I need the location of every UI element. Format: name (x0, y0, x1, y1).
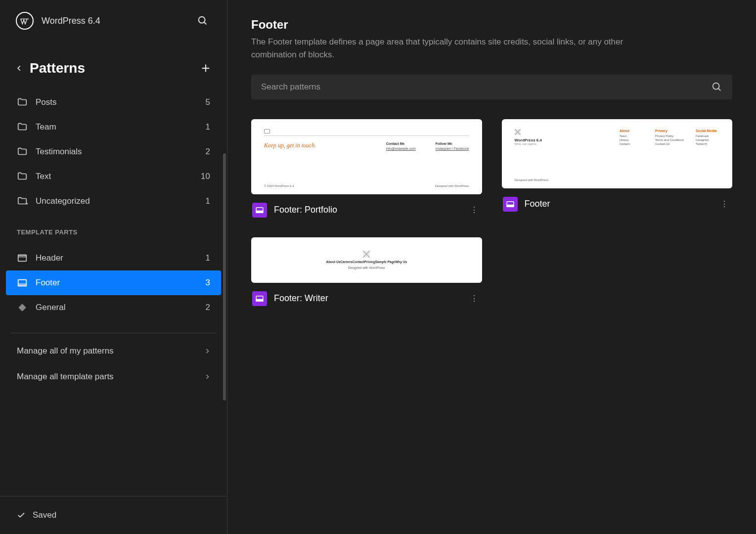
card-title: Footer (525, 199, 711, 209)
pattern-card-footer-portfolio[interactable]: Keep up, get in touch. Contact Me info@e… (251, 119, 482, 218)
header-layout-icon (17, 253, 28, 264)
preview-text: Keep up, get in touch. (264, 142, 316, 150)
preview-text: Twitter/X (696, 142, 719, 145)
template-part-icon (252, 203, 267, 218)
sidebar-item-text[interactable]: Text 10 (6, 164, 221, 189)
preview-text: History (620, 138, 643, 141)
card-title: Footer: Writer (274, 293, 460, 304)
preview-text: Write site tagline... (515, 142, 608, 145)
svg-rect-7 (18, 284, 27, 286)
sidebar-item-label: Uncategorized (36, 196, 90, 206)
sidebar-item-count: 1 (206, 253, 210, 263)
template-parts-heading: TEMPLATE PARTS (0, 214, 227, 242)
sidebar-item-count: 1 (206, 122, 210, 132)
divider (11, 333, 216, 333)
more-actions-button[interactable]: ⋮ (717, 196, 731, 212)
preview-text: Facebook (696, 134, 719, 137)
template-part-icon (252, 291, 267, 306)
sidebar-item-count: 10 (201, 172, 210, 181)
preview-text: Terms and Conditions (655, 138, 684, 141)
preview-text: Designed with WordPress (515, 178, 549, 181)
template-part-icon (503, 197, 518, 212)
sidebar-item-label: Testimonials (36, 147, 82, 157)
back-button[interactable] (16, 65, 23, 72)
preview-text: About UsCareersContactPricingSample Page… (326, 260, 407, 264)
sidebar-item-label: Team (36, 122, 56, 132)
sidebar-item-label: Footer (36, 278, 60, 288)
sidebar-item-count: 1 (206, 196, 210, 206)
folder-icon (17, 171, 28, 182)
template-parts-list: Header 1 Footer 3 General 2 (0, 242, 227, 320)
sidebar-footer: Saved (0, 496, 227, 534)
manage-template-parts-link[interactable]: Manage all template parts (0, 364, 227, 390)
sidebar-item-footer[interactable]: Footer 3 (6, 270, 221, 295)
preview-text: Careers (620, 142, 643, 145)
sidebar-item-label: Header (36, 253, 63, 263)
sidebar-item-posts[interactable]: Posts 5 (6, 90, 221, 115)
page-description: The Footer template defines a page area … (251, 36, 637, 61)
folder-icon (17, 146, 28, 157)
manage-patterns-link[interactable]: Manage all of my patterns (0, 338, 227, 364)
folder-icon (17, 122, 28, 133)
sidebar-item-uncategorized[interactable]: Uncategorized 1 (6, 189, 221, 214)
preview-text: Designed with WordPress (435, 184, 469, 187)
check-icon (17, 511, 26, 520)
sidebar-item-label: Text (36, 172, 51, 181)
svg-rect-12 (256, 211, 263, 213)
pattern-card-footer[interactable]: WordPress 6.4 Write site tagline... Abou… (502, 119, 733, 218)
sidebar-item-count: 3 (206, 278, 210, 288)
chevron-right-icon (204, 348, 210, 354)
page-title: Footer (251, 18, 732, 32)
preview-text: Designed with WordPress (348, 266, 385, 269)
saved-label: Saved (33, 510, 56, 520)
preview-text: Follow Me (436, 142, 469, 145)
manage-item-label: Manage all template parts (17, 372, 114, 382)
preview-text: About (620, 129, 643, 133)
search-icon[interactable] (194, 12, 211, 29)
sidebar-item-testimonials[interactable]: Testimonials 2 (6, 139, 221, 164)
preview-text: Contact Us (655, 142, 684, 145)
main-content: Footer The Footer template defines a pag… (227, 0, 756, 534)
sidebar-item-label: General (36, 303, 65, 312)
sidebar-item-header[interactable]: Header 1 (6, 246, 221, 270)
preview-text: Team (620, 134, 643, 137)
svg-rect-14 (507, 205, 514, 207)
svg-rect-5 (18, 255, 27, 258)
category-list: Posts 5 Team 1 Testimonials 2 Text 10 Un… (0, 86, 227, 214)
pattern-preview: About UsCareersContactPricingSample Page… (251, 237, 482, 283)
section-header: Patterns (0, 42, 227, 86)
svg-rect-8 (18, 304, 26, 312)
sidebar-item-label: Posts (36, 97, 57, 107)
chevron-right-icon (204, 374, 210, 380)
scrollbar[interactable] (223, 153, 226, 400)
sidebar-item-general[interactable]: General 2 (6, 295, 221, 320)
footer-layout-icon (17, 277, 28, 288)
preview-text: Instagram / Facebook (436, 147, 469, 150)
more-actions-button[interactable]: ⋮ (467, 202, 481, 218)
site-title[interactable]: WordPress 6.4 (42, 16, 186, 26)
search-input[interactable] (261, 82, 712, 92)
manage-item-label: Manage all of my patterns (17, 346, 114, 356)
pattern-preview: WordPress 6.4 Write site tagline... Abou… (502, 119, 733, 188)
search-box[interactable] (251, 75, 732, 99)
section-title: Patterns (30, 60, 193, 76)
svg-line-10 (718, 89, 721, 91)
preview-text: © 2024 WordPress 6.4 (264, 184, 294, 187)
more-actions-button[interactable]: ⋮ (467, 291, 481, 306)
folder-icon (17, 97, 28, 108)
svg-line-1 (204, 22, 207, 25)
sidebar-item-count: 2 (206, 303, 210, 312)
search-icon (712, 82, 722, 92)
card-footer: Footer: Portfolio ⋮ (251, 194, 482, 218)
svg-rect-16 (256, 299, 263, 301)
card-footer: Footer: Writer ⋮ (251, 283, 482, 306)
diamond-icon (17, 302, 28, 313)
pattern-preview: Keep up, get in touch. Contact Me info@e… (251, 119, 482, 194)
wordpress-logo-icon[interactable] (16, 12, 34, 30)
preview-text: Privacy Policy (655, 134, 684, 137)
sidebar-top: WordPress 6.4 (0, 0, 227, 42)
pattern-card-footer-writer[interactable]: About UsCareersContactPricingSample Page… (251, 237, 482, 306)
svg-point-9 (713, 83, 719, 89)
add-pattern-button[interactable] (200, 63, 211, 74)
sidebar-item-team[interactable]: Team 1 (6, 115, 221, 139)
